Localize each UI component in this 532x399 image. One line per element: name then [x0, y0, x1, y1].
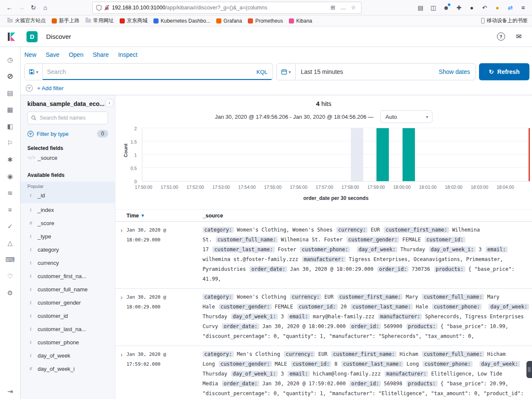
histogram-bar[interactable]: [403, 128, 415, 181]
field-item-_index[interactable]: t_index: [27, 203, 108, 217]
field-name: customer_phone: [38, 339, 79, 346]
floating-widget[interactable]: [526, 361, 532, 378]
x-tick-label: 17:50:00: [135, 185, 153, 190]
nav-logs-icon[interactable]: ≡: [0, 201, 20, 218]
source-field: customer_last_name: Foster: [212, 246, 296, 252]
bookmark-common-sites[interactable]: 常用网址: [82, 16, 117, 26]
newsfeed-icon[interactable]: ✉: [516, 32, 522, 41]
expand-row-icon[interactable]: ›: [115, 349, 126, 399]
bookmark-jd-mall[interactable]: 京东商城: [117, 16, 150, 26]
library-icon[interactable]: ▤: [415, 2, 426, 13]
nav-stack-monitoring-icon[interactable]: ♡: [0, 268, 20, 285]
nav-discover-icon[interactable]: ⊘: [0, 68, 20, 85]
field-item-customer_gender[interactable]: tcustomer_gender: [27, 296, 108, 309]
table-row: ›Jan 30, 2020 @ 17:59:02.000category: Me…: [115, 346, 532, 399]
time-range-value[interactable]: Last 15 minutes: [296, 68, 348, 75]
add-filter-button[interactable]: + Add filter: [37, 85, 64, 91]
bookmark-k8s-dashboard[interactable]: Kubernetes Dashbo...: [150, 16, 213, 26]
nav-maps-icon[interactable]: ⚐: [0, 135, 20, 151]
bookmark-mobile[interactable]: 移动设备上的书签: [481, 17, 528, 24]
field-item-day_of_week[interactable]: tday_of_week: [27, 349, 108, 362]
field-item-customer_id[interactable]: tcustomer_id: [27, 309, 108, 323]
field-item-customer_last_na[interactable]: tcustomer_last_na...: [27, 323, 108, 336]
menu-inspect-button[interactable]: Inspect: [118, 51, 138, 58]
sidebar-icon[interactable]: ◫: [428, 2, 439, 13]
calendar-button[interactable]: ▾: [277, 64, 296, 80]
menu-new-button[interactable]: New: [24, 51, 36, 58]
field-item-customer_first_na[interactable]: tcustomer_first_na...: [27, 270, 108, 283]
field-item-_score[interactable]: #_score: [27, 217, 108, 230]
nav-uptime-icon[interactable]: ✓: [0, 218, 20, 235]
show-dates-button[interactable]: Show dates: [434, 68, 475, 75]
space-badge[interactable]: D: [26, 31, 38, 42]
menu-share-button[interactable]: Share: [93, 51, 109, 58]
bookmark-grafana[interactable]: Grafana: [213, 16, 245, 26]
field-item-_type[interactable]: t_type: [27, 230, 108, 243]
nav-collapse-icon[interactable]: ⇥: [0, 387, 21, 396]
field-item-currency[interactable]: tcurrency: [27, 256, 108, 270]
account-icon[interactable]: ☻: [441, 2, 452, 13]
collapse-fields-panel-button[interactable]: ‹: [105, 99, 114, 107]
column-header-time[interactable]: Time ▼: [126, 213, 203, 219]
sort-desc-icon[interactable]: ▼: [141, 213, 145, 218]
field-search-input[interactable]: [39, 114, 104, 121]
nav-recently-viewed-icon[interactable]: ◷: [0, 51, 20, 68]
bookmark-getting-started[interactable]: 新手上路: [49, 16, 82, 26]
nav-visualize-icon[interactable]: ▤: [0, 85, 20, 101]
field-item-category[interactable]: tcategory: [27, 243, 108, 256]
extension-badge-icon[interactable]: ●: [492, 2, 503, 13]
field-item-customer_full_name[interactable]: tcustomer_full_name: [27, 283, 108, 296]
field-name-badge: currency:: [336, 227, 367, 233]
page-actions-icon[interactable]: …: [339, 4, 347, 11]
field-item-customer_phone[interactable]: tcustomer_phone: [27, 336, 108, 349]
saved-query-button[interactable]: ▾: [25, 64, 43, 80]
interval-select[interactable]: Auto ▾: [380, 110, 432, 123]
expand-row-icon[interactable]: ›: [115, 225, 126, 284]
kql-button[interactable]: KQL: [251, 69, 273, 75]
menu-open-button[interactable]: Open: [69, 51, 83, 58]
bookmark-kibana[interactable]: Kibana: [286, 16, 315, 26]
reload-icon[interactable]: ↻: [27, 2, 39, 14]
nav-dashboard-icon[interactable]: ▦: [0, 101, 20, 118]
extension-undo-icon[interactable]: ↶: [479, 2, 490, 13]
index-pattern-selector[interactable]: kibana_sample_data_eco...: [27, 100, 105, 107]
menu-save-button[interactable]: Save: [46, 51, 59, 58]
url-bar[interactable]: 192.168.10.100:31000/app/kibana#/discove…: [92, 2, 362, 14]
nav-management-icon[interactable]: ⚙: [0, 285, 20, 301]
chart-plot-area[interactable]: [142, 128, 530, 182]
bookmark-prometheus[interactable]: Prometheus: [245, 16, 286, 26]
menu-icon[interactable]: ≡: [517, 2, 529, 13]
histogram-bar[interactable]: [376, 128, 389, 181]
field-name-badge: customer_first_name:: [384, 227, 449, 233]
field-name-badge: order_id:: [350, 323, 381, 329]
bookmark-firefox-official[interactable]: 火狐官方站点: [4, 16, 49, 26]
dot-icon: [52, 18, 57, 23]
field-item-_source[interactable]: </>_source: [27, 151, 108, 164]
expand-row-icon[interactable]: ›: [115, 292, 126, 341]
extension-translate-icon[interactable]: ✚: [453, 2, 464, 13]
highlighted-bucket-bar[interactable]: [351, 128, 363, 181]
bookmark-star-icon[interactable]: ☆: [349, 4, 358, 11]
kibana-logo-icon[interactable]: [6, 31, 17, 42]
nav-metrics-icon[interactable]: ≋: [0, 185, 20, 201]
field-item-day_of_week_i[interactable]: #day_of_week_i: [27, 362, 108, 376]
nav-graph-icon[interactable]: ◉: [0, 168, 20, 185]
extension-chat-icon[interactable]: ●: [466, 2, 477, 13]
nav-dev-tools-icon[interactable]: ⌨: [0, 251, 20, 268]
field-item-_id[interactable]: t_id: [27, 189, 108, 202]
refresh-button[interactable]: ↻ Refresh: [479, 63, 529, 80]
page-action-grid-icon[interactable]: ⊞: [329, 4, 337, 11]
home-icon[interactable]: ⌂: [39, 2, 51, 14]
source-field: email: mary@hale-family.zzz: [288, 314, 374, 320]
nav-siem-icon[interactable]: △: [0, 235, 20, 251]
nav-machine-learning-icon[interactable]: ✱: [0, 151, 20, 168]
notification-dot: [448, 3, 450, 6]
field-name-badge: customer_id:: [425, 237, 465, 243]
forward-icon[interactable]: →: [15, 2, 27, 14]
help-icon[interactable]: ?: [497, 32, 505, 41]
filter-by-type-row[interactable]: Filter by type 0: [27, 130, 108, 138]
extension-sync-icon[interactable]: ⇄: [505, 2, 516, 13]
nav-canvas-icon[interactable]: ◧: [0, 118, 20, 135]
search-input[interactable]: [43, 68, 251, 75]
back-icon[interactable]: ←: [3, 2, 15, 14]
